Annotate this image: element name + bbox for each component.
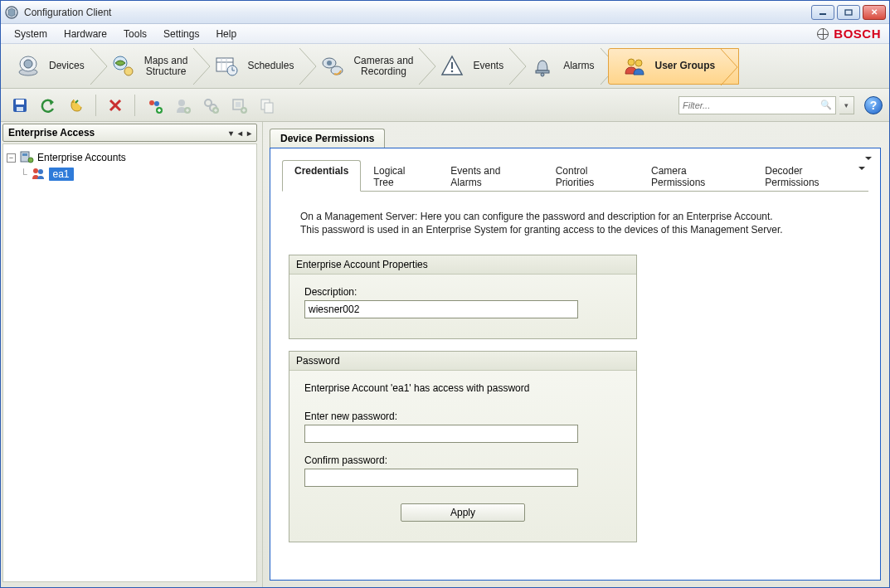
maps-icon [111, 54, 136, 79]
devices-icon [16, 54, 41, 79]
tab-events-alarms[interactable]: Events and Alarms [438, 160, 542, 192]
help-button[interactable]: ? [864, 96, 883, 114]
filter-dropdown[interactable]: ▾ [839, 96, 854, 114]
menu-tools[interactable]: Tools [115, 26, 155, 42]
svg-point-22 [541, 73, 544, 76]
add-user-group-button[interactable] [142, 93, 167, 118]
tree-connector: └ [20, 168, 27, 180]
tab-credentials[interactable]: Credentials [282, 160, 361, 192]
search-icon: 🔍 [820, 100, 832, 110]
tab-control-priorities[interactable]: Control Priorities [543, 160, 639, 192]
toolbar-separator [95, 95, 96, 116]
new-password-input[interactable] [304, 425, 578, 443]
group-title-password: Password [289, 352, 636, 371]
sidebar-prev-icon[interactable]: ◂ [238, 129, 242, 138]
add-person-button[interactable] [170, 93, 195, 118]
svg-point-5 [24, 60, 32, 68]
svg-rect-27 [17, 107, 23, 111]
main-content: Device Permissions Credentials Logical T… [263, 122, 889, 587]
svg-point-20 [451, 70, 454, 72]
title-bar: Configuration Client ✕ [1, 1, 889, 24]
group-password: Password Enterprise Account 'ea1' has ac… [289, 351, 637, 542]
undo-button[interactable] [36, 93, 61, 118]
nav-events[interactable]: Events [426, 48, 527, 85]
brand-text: BOSCH [834, 27, 881, 41]
schedules-icon [214, 54, 239, 79]
toolbar-separator [134, 95, 135, 116]
svg-point-56 [33, 168, 38, 173]
svg-point-57 [38, 169, 43, 174]
tree-item-label: ea1 [49, 168, 74, 181]
menu-help[interactable]: Help [207, 26, 245, 42]
svg-point-33 [154, 101, 159, 106]
nav-user-groups[interactable]: User Groups [608, 48, 740, 85]
tab-logical-tree[interactable]: Logical Tree [361, 160, 438, 192]
menu-hardware[interactable]: Hardware [56, 26, 115, 42]
svg-point-16 [327, 61, 332, 66]
menu-settings[interactable]: Settings [155, 26, 207, 42]
svg-rect-52 [265, 103, 273, 113]
password-status: Enterprise Account 'ea1' has access with… [304, 382, 621, 394]
svg-point-24 [635, 60, 642, 66]
svg-rect-2 [845, 10, 852, 15]
nav-devices[interactable]: Devices [2, 48, 108, 85]
server-icon [19, 149, 34, 167]
sidebar-title: Enterprise Access [8, 127, 95, 138]
brand: BOSCH [817, 27, 884, 41]
app-icon [4, 5, 19, 20]
tree: − Enterprise Accounts └ ea1 [2, 143, 257, 582]
brand-globe-icon [817, 28, 829, 40]
tree-root[interactable]: − Enterprise Accounts [7, 149, 253, 166]
maximize-button[interactable] [837, 5, 860, 20]
apply-button[interactable]: Apply [401, 503, 525, 522]
user-groups-icon [622, 54, 647, 79]
cameras-icon [320, 54, 345, 79]
svg-rect-47 [236, 102, 241, 107]
alarms-icon [530, 54, 555, 79]
toolbar: 🔍 ▾ ? [1, 89, 889, 122]
svg-point-37 [178, 100, 185, 106]
copy-button[interactable] [255, 93, 280, 118]
tree-item-ea1[interactable]: └ ea1 [7, 166, 253, 182]
tab-camera-permissions[interactable]: Camera Permissions [639, 160, 752, 192]
body: Enterprise Access ▾ ◂ ▸ − Enterprise Acc… [1, 122, 889, 587]
svg-point-23 [628, 59, 635, 66]
delete-button[interactable] [103, 93, 128, 118]
svg-point-55 [28, 158, 33, 163]
svg-rect-26 [16, 100, 24, 104]
subtabs: Credentials Logical Tree Events and Alar… [282, 160, 868, 192]
info-text: On a Management Server: Here you can con… [300, 210, 862, 236]
nav-bar: Devices Maps and Structure Schedules Cam… [1, 44, 889, 89]
nav-maps[interactable]: Maps and Structure [98, 48, 212, 85]
add-link-button[interactable] [198, 93, 223, 118]
add-enterprise-button[interactable] [226, 93, 251, 118]
sidebar-dropdown-icon[interactable]: ▾ [229, 129, 233, 138]
tree-root-label: Enterprise Accounts [37, 152, 126, 163]
filter-input[interactable] [683, 100, 820, 110]
confirm-password-input[interactable] [304, 469, 578, 487]
confirm-password-label: Confirm password: [304, 454, 621, 466]
save-button[interactable] [7, 93, 32, 118]
panel-tab[interactable]: Device Permissions [270, 129, 385, 148]
nav-cameras[interactable]: Cameras and Recording [307, 48, 436, 85]
description-input[interactable] [304, 300, 578, 318]
events-icon [440, 54, 464, 79]
nav-schedules[interactable]: Schedules [201, 48, 317, 85]
svg-rect-53 [21, 152, 29, 162]
tree-collapse-icon[interactable]: − [7, 153, 16, 163]
tab-decoder-permissions[interactable]: Decoder Permissions [752, 160, 868, 192]
app-window: Configuration Client ✕ System Hardware T… [0, 0, 890, 588]
close-button[interactable]: ✕ [863, 5, 886, 20]
new-password-label: Enter new password: [304, 411, 621, 422]
svg-point-32 [149, 100, 154, 105]
svg-point-29 [72, 101, 74, 103]
menu-system[interactable]: System [6, 26, 56, 42]
filter-box[interactable]: 🔍 [678, 96, 836, 114]
minimize-button[interactable] [811, 5, 834, 20]
refresh-button[interactable] [64, 93, 89, 118]
info-line2: This password is used in an Enterprise S… [300, 223, 862, 236]
group-icon [31, 166, 46, 183]
sidebar-next-icon[interactable]: ▸ [247, 129, 251, 138]
nav-alarms[interactable]: Alarms [517, 48, 617, 85]
info-line1: On a Management Server: Here you can con… [300, 210, 862, 223]
